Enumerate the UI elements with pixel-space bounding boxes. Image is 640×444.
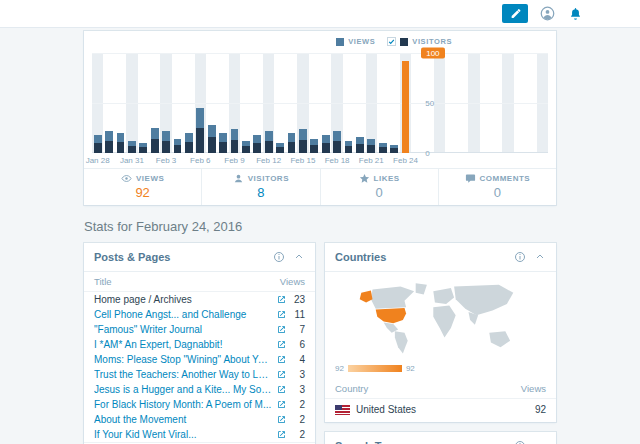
chart-bar[interactable] [219,133,227,153]
post-title-link[interactable]: For Black History Month: A Poem of M... [94,399,272,411]
tab-likes[interactable]: LIKES 0 [320,169,438,205]
countries-column-headers: Country Views [325,379,556,399]
me-button[interactable] [538,5,556,23]
chart-bar[interactable] [196,108,204,153]
post-title-link[interactable]: Jesus is a Hugger and a Kite... My Son's… [94,384,272,396]
post-title-link[interactable]: About the Movement [94,414,272,426]
external-link-icon[interactable] [277,400,286,409]
pencil-icon [510,8,521,19]
tab-views[interactable]: VIEWS 92 [84,169,201,205]
post-title-link[interactable]: Cell Phone Angst... and Challenge [94,309,272,321]
alaska-region[interactable] [360,290,373,302]
post-title-link[interactable]: Home page / Archives [94,294,272,306]
chevron-up-icon[interactable] [534,251,546,263]
external-link-icon[interactable] [277,385,286,394]
visitors-bar [253,143,261,153]
chart-bar[interactable] [345,141,353,153]
country-row[interactable]: United States 92 [325,399,556,422]
post-title-link[interactable]: Trust the Teachers: Another Way to Lov..… [94,369,272,381]
post-row[interactable]: About the Movement 2 [84,412,315,427]
chart-bar[interactable] [299,129,307,153]
chart-bar[interactable] [128,141,136,153]
y-axis-label: 50 [425,99,434,108]
chart-bar[interactable] [242,141,250,153]
chart-bar[interactable] [208,125,216,153]
tab-visitors[interactable]: VISITORS 8 [201,169,319,205]
external-link-icon[interactable] [277,370,286,379]
external-link-icon[interactable] [277,325,286,334]
chart-bar[interactable] [139,143,147,153]
chart-bar[interactable] [390,145,398,153]
chart-bar[interactable] [333,131,341,153]
united-states-region[interactable] [376,308,406,323]
chart-bar[interactable] [265,131,273,153]
tab-comments[interactable]: COMMENTS 0 [438,169,556,205]
chart-bar[interactable] [174,139,182,153]
chevron-up-icon[interactable] [293,251,305,263]
x-axis-label: Jan 28 [86,156,110,165]
post-row[interactable]: If Your Kid Went Viral... 2 [84,427,315,442]
views-count: 92 [84,185,201,200]
chart-bar[interactable] [276,143,284,153]
external-link-icon[interactable] [277,310,286,319]
info-icon[interactable] [514,440,526,444]
info-icon[interactable] [273,251,285,263]
visitors-bar [345,146,353,153]
country-name: United States [356,404,416,415]
external-link-icon[interactable] [277,430,286,439]
chart-x-labels: Jan 28Jan 31Feb 3Feb 6Feb 9Feb 12Feb 15F… [92,153,548,168]
posts-module-header: Posts & Pages [84,243,315,272]
post-row[interactable]: Home page / Archives 23 [84,292,315,307]
chart-bar[interactable] [185,133,193,153]
chart-bar[interactable] [94,135,102,153]
chart-baseline [92,152,548,153]
comment-icon [465,173,476,184]
post-views-count: 3 [291,384,305,395]
chart-bar[interactable] [310,139,318,153]
posts-pages-module: Posts & Pages Title Views Home page [84,243,315,444]
post-title-link[interactable]: Moms: Please Stop "Wining" About You... [94,354,272,366]
post-row[interactable]: For Black History Month: A Poem of M... … [84,397,315,412]
post-row[interactable]: Cell Phone Angst... and Challenge 11 [84,307,315,322]
chart-bar[interactable] [322,135,330,153]
info-icon[interactable] [514,251,526,263]
legend-visitors[interactable]: VISITORS [387,37,452,46]
likes-count: 0 [321,185,438,200]
chevron-up-icon[interactable] [534,440,546,444]
africa-region [433,306,455,338]
chart-bar[interactable] [117,133,125,153]
world-map[interactable] [325,272,556,362]
post-title-link[interactable]: I *AM* An Expert, Dagnabbit! [94,339,272,351]
post-row[interactable]: Moms: Please Stop "Wining" About You... … [84,352,315,367]
chart-y-labels: 100500 [421,53,465,153]
post-title-link[interactable]: "Famous" Writer Journal [94,324,272,336]
chart-bar[interactable] [379,143,387,153]
visitors-bar [151,139,159,153]
stats-heading: Stats for February 24, 2016 [84,219,556,234]
notifications-button[interactable] [566,5,584,23]
post-row[interactable]: "Famous" Writer Journal 7 [84,322,315,337]
visitors-checkbox[interactable] [387,37,396,46]
chart-bar[interactable] [356,137,364,153]
post-row[interactable]: I *AM* An Expert, Dagnabbit! 6 [84,337,315,352]
external-link-icon[interactable] [277,340,286,349]
chart-bar[interactable] [162,131,170,153]
tab-visitors-label: VISITORS [248,174,289,183]
chart-bar[interactable] [231,129,239,153]
chart-bar[interactable] [288,133,296,153]
chart-bar[interactable] [105,131,113,153]
external-link-icon[interactable] [277,295,286,304]
chart-bar[interactable] [253,135,261,153]
post-row[interactable]: Trust the Teachers: Another Way to Lov..… [84,367,315,382]
new-post-button[interactable] [502,4,528,23]
chart-bar[interactable] [151,128,159,153]
post-row[interactable]: Jesus is a Hugger and a Kite... My Son's… [84,382,315,397]
chart-bar[interactable] [367,139,375,153]
masthead [0,0,640,28]
visitors-bar [367,145,375,153]
external-link-icon[interactable] [277,415,286,424]
post-title-link[interactable]: If Your Kid Went Viral... [94,429,272,441]
x-axis-label: Jan 31 [120,156,144,165]
external-link-icon[interactable] [277,355,286,364]
chart-bar[interactable] [402,61,410,153]
